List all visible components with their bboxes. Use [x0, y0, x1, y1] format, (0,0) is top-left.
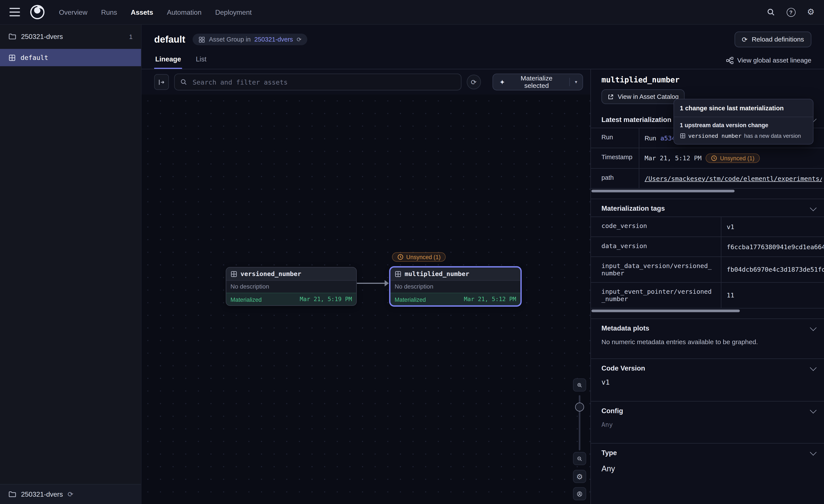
tag-key: input_event_pointer/versioned_number — [591, 283, 721, 308]
node-status: Materialized — [230, 296, 262, 302]
badge-prefix: Asset Group in — [209, 36, 251, 43]
asset-icon — [8, 54, 16, 61]
dagster-app: Overview Runs Assets Automation Deployme… — [0, 0, 824, 504]
materialize-icon: ✦ — [499, 78, 505, 86]
nav-assets[interactable]: Assets — [131, 8, 153, 16]
type-value: Any — [601, 464, 813, 473]
folder-icon — [8, 490, 16, 498]
zoom-slider-handle[interactable] — [575, 402, 584, 411]
clock-icon — [397, 254, 404, 260]
tag-value: 11 — [727, 291, 734, 299]
timestamp-value: Mar 21, 5:12 PM — [644, 154, 702, 162]
unsynced-badge[interactable]: Unsynced (1) — [392, 252, 446, 262]
badge-group-link[interactable]: 250321-dvers — [254, 36, 293, 43]
asset-table-icon — [680, 133, 686, 138]
sidebar-group-name: 250321-dvers — [21, 33, 63, 40]
table-row: data_version f6ccba1776380941e9cd1ea6648… — [591, 236, 824, 256]
sidebar-item-default[interactable]: default — [0, 49, 141, 66]
section-heading: Metadata plots — [601, 324, 649, 332]
tag-key: code_version — [591, 217, 721, 236]
sidebar-item-label: default — [21, 54, 48, 61]
asset-group-badge[interactable]: Asset Group in 250321-dvers ⟳ — [193, 33, 307, 45]
sidebar-group-row[interactable]: 250321-dvers 1 — [0, 25, 141, 44]
node-title: versioned_number — [240, 270, 301, 277]
lineage-area: ⟳ ✦ Materialize selected ▾ — [141, 70, 590, 504]
change-popup: 1 change since last materialization 1 up… — [674, 99, 813, 144]
sync-icon[interactable]: ⟳ — [68, 491, 73, 498]
button-divider — [569, 78, 570, 86]
folder-icon — [8, 33, 16, 40]
chevron-down-icon[interactable] — [810, 324, 817, 331]
nav-deployment[interactable]: Deployment — [215, 8, 252, 16]
nav-runs[interactable]: Runs — [101, 8, 117, 16]
chevron-down-icon[interactable] — [810, 204, 817, 211]
asset-detail-panel: multiplied_number View in Asset Catalog … — [590, 70, 824, 504]
asset-table-icon — [230, 270, 237, 277]
lineage-icon — [726, 57, 733, 64]
materialize-selected-button[interactable]: ✦ Materialize selected ▾ — [493, 74, 583, 91]
tag-key: input_data_version/versioned_number — [591, 257, 721, 282]
asset-node-multiplied-number[interactable]: multiplied_number No description Materia… — [390, 267, 521, 306]
view-in-asset-catalog-button[interactable]: View in Asset Catalog — [601, 89, 685, 104]
lineage-toolbar: ⟳ ✦ Materialize selected ▾ — [141, 70, 590, 95]
code-version-value: v1 — [601, 378, 813, 386]
table-row: input_event_pointer/versioned_number 11 — [591, 282, 824, 308]
lineage-canvas[interactable]: Unsynced (1) versioned_number No descrip… — [141, 95, 590, 504]
tab-lineage[interactable]: Lineage — [154, 52, 182, 69]
row-label: Timestamp — [591, 148, 639, 168]
node-description: No description — [390, 280, 520, 293]
view-global-lineage-link[interactable]: View global asset lineage — [726, 57, 811, 69]
sidebar-footer[interactable]: 250321-dvers ⟳ — [0, 484, 141, 504]
section-heading: Code Version — [601, 364, 645, 372]
path-link[interactable]: /Users/smackesey/stm/code/elementl/exper… — [644, 175, 822, 182]
clock-icon — [711, 155, 717, 161]
popup-title: 1 change since last materialization — [680, 105, 807, 112]
section-heading: Latest materialization — [601, 116, 672, 124]
menu-button[interactable] — [9, 8, 20, 16]
dagster-logo[interactable] — [29, 4, 45, 20]
refresh-graph-button[interactable]: ⟳ — [467, 75, 481, 89]
table-row: Timestamp Mar 21, 5:12 PM Unsynced (1) — [591, 148, 824, 168]
node-title: multiplied_number — [405, 270, 470, 277]
section-heading: Materialization tags — [601, 205, 665, 212]
gear-icon[interactable]: ⚙ — [807, 8, 815, 16]
reload-definitions-button[interactable]: ⟳ Reload definitions — [734, 31, 811, 47]
primary-nav: Overview Runs Assets Automation Deployme… — [59, 8, 251, 16]
horizontal-scrollbar[interactable] — [592, 309, 740, 312]
popup-asset-name[interactable]: versioned_number — [688, 132, 741, 139]
chevron-down-icon[interactable] — [810, 407, 817, 413]
zoom-out-icon — [577, 455, 583, 462]
tab-list[interactable]: List — [195, 52, 208, 69]
nav-overview[interactable]: Overview — [59, 8, 88, 16]
tag-value: v1 — [727, 223, 734, 230]
row-label: path — [591, 169, 639, 188]
focus-selection-button[interactable] — [573, 487, 586, 500]
zoom-out-button[interactable] — [573, 452, 586, 465]
search-input[interactable] — [192, 78, 455, 86]
chevron-down-icon[interactable] — [810, 449, 817, 455]
top-nav: Overview Runs Assets Automation Deployme… — [0, 0, 824, 25]
zoom-in-button[interactable] — [573, 378, 586, 391]
table-row: code_version v1 — [591, 217, 824, 236]
divider — [674, 117, 813, 117]
help-icon[interactable]: ? — [787, 8, 796, 16]
asset-node-versioned-number[interactable]: versioned_number No description Material… — [226, 267, 357, 306]
unsynced-badge[interactable]: Unsynced (1) — [706, 153, 760, 163]
lineage-edge-arrowhead — [385, 280, 389, 286]
asset-group-icon — [198, 36, 205, 43]
horizontal-scrollbar[interactable] — [592, 190, 735, 192]
chevron-down-icon[interactable]: ▾ — [575, 80, 577, 85]
graph-settings-button[interactable]: ⚙ — [573, 470, 586, 483]
section-metadata-plots: Metadata plots No numeric metadata entri… — [591, 319, 824, 353]
person-icon — [577, 490, 583, 498]
nav-automation[interactable]: Automation — [167, 8, 202, 16]
sidebar-footer-name: 250321-dvers — [21, 490, 63, 498]
tag-key: data_version — [591, 237, 721, 257]
run-prefix: Run — [644, 134, 656, 142]
section-type: Type Any — [591, 443, 824, 482]
collapse-panel-button[interactable] — [154, 74, 169, 90]
popup-subtitle: 1 upstream data version change — [680, 122, 807, 128]
search-icon[interactable] — [766, 8, 775, 16]
page-title: default — [154, 34, 185, 45]
chevron-down-icon[interactable] — [810, 364, 817, 371]
